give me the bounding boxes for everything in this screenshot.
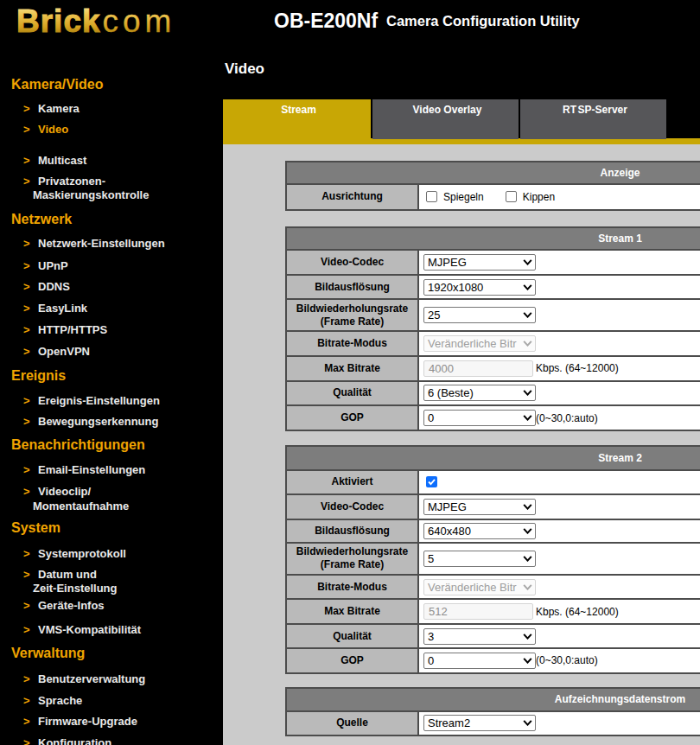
svg-text:com: com (103, 3, 176, 38)
svg-text:Brick: Brick (16, 3, 101, 38)
